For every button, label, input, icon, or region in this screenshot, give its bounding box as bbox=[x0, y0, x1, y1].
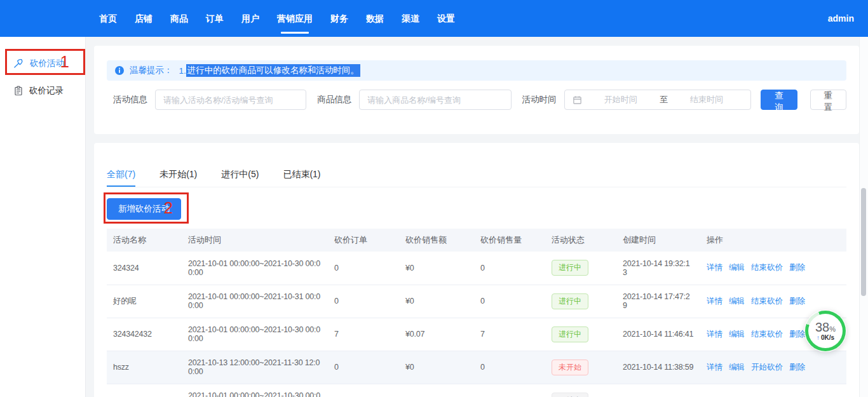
tip-bar: 温馨提示： 1. 进行中的砍价商品可以修改名称和活动时间。 bbox=[107, 60, 846, 81]
activity-table-wrap: 活动名称活动时间砍价订单砍价销售额砍价销售量活动状态创建时间操作 3243242… bbox=[107, 229, 846, 397]
axe-icon bbox=[13, 58, 24, 69]
table-header-row: 活动名称活动时间砍价订单砍价销售额砍价销售量活动状态创建时间操作 bbox=[107, 229, 846, 252]
date-range-picker[interactable]: 开始时间 至 结束时间 bbox=[564, 90, 752, 110]
action-link[interactable]: 结束砍价 bbox=[751, 263, 783, 272]
start-time-placeholder[interactable]: 开始时间 bbox=[585, 94, 657, 105]
sidebar-item-1[interactable]: 砍价活动 bbox=[0, 50, 85, 77]
sales-amount-cell bbox=[399, 384, 474, 397]
upload-speed: ↑0K/s bbox=[817, 335, 834, 341]
filter-row: 活动信息 商品信息 活动时间 开始时间 至 结束时间 查询 重置 bbox=[113, 90, 846, 110]
activity-time-cell: 2021-10-01 00:00:00~2021-10-30 00:00:00 bbox=[182, 384, 328, 397]
tab-1[interactable]: 全部(7) bbox=[107, 162, 135, 187]
activity-time-cell: 2021-10-01 00:00:00~2021-10-30 00:00:00 bbox=[182, 252, 328, 285]
nav-item-9[interactable]: 渠道 bbox=[399, 0, 422, 37]
activity-search-input[interactable] bbox=[155, 90, 306, 110]
table-row: 2021-10-01 00:00:00~2021-10-30 00:00:00已… bbox=[107, 384, 846, 397]
nav-item-6[interactable]: 营销应用 bbox=[275, 0, 315, 37]
end-time-placeholder[interactable]: 结束时间 bbox=[670, 94, 743, 105]
action-link[interactable]: 删除 bbox=[789, 330, 805, 339]
action-link[interactable]: 开始砍价 bbox=[751, 363, 783, 372]
activity-name-cell: 好的呢 bbox=[107, 285, 182, 318]
app-root: 首页店铺商品订单用户营销应用财务数据渠道设置 admin 砍价活动砍价记录 1 … bbox=[0, 0, 868, 397]
sidebar-item-2[interactable]: 砍价记录 bbox=[0, 77, 85, 104]
nav-item-5[interactable]: 用户 bbox=[239, 0, 262, 37]
created-time-cell: 2021-10-14 11:38:59 bbox=[616, 351, 700, 384]
action-link[interactable]: 结束砍价 bbox=[751, 297, 783, 306]
action-link[interactable]: 删除 bbox=[789, 297, 805, 306]
tab-4[interactable]: 已结束(1) bbox=[283, 162, 320, 187]
activity-time-cell: 2021-10-01 00:00:00~2021-10-30 00:00:00 bbox=[182, 318, 328, 351]
created-time-cell: 2021-10-14 19:32:13 bbox=[616, 252, 700, 285]
action-link[interactable]: 详情 bbox=[707, 297, 722, 306]
action-link[interactable]: 编辑 bbox=[729, 263, 745, 272]
column-header: 活动名称 bbox=[107, 229, 182, 252]
created-time-cell: 2021-10-14 17:47:29 bbox=[616, 285, 700, 318]
activity-list-card: 全部(7)未开始(1)进行中(5)已结束(1) 新增砍价活动 活动名称活动时间砍… bbox=[94, 143, 859, 397]
sales-qty-cell: 0 bbox=[474, 285, 545, 318]
status-badge: 进行中 bbox=[552, 293, 588, 309]
nav-item-10[interactable]: 设置 bbox=[435, 0, 458, 37]
activity-name-cell bbox=[107, 384, 182, 397]
action-link[interactable]: 删除 bbox=[789, 263, 805, 272]
date-range-separator: 至 bbox=[657, 94, 670, 105]
orders-cell: 0 bbox=[328, 351, 399, 384]
search-button[interactable]: 查询 bbox=[761, 90, 797, 110]
orders-cell: 0 bbox=[328, 285, 399, 318]
activity-time-label: 活动时间 bbox=[522, 94, 557, 105]
scrollbar-track bbox=[859, 37, 868, 397]
orders-cell: 0 bbox=[328, 252, 399, 285]
nav-item-2[interactable]: 店铺 bbox=[132, 0, 155, 37]
sales-qty-cell: 0 bbox=[474, 252, 545, 285]
column-header: 砍价销售量 bbox=[474, 229, 545, 252]
sales-amount-cell: ¥0.07 bbox=[399, 318, 474, 351]
sales-qty-cell bbox=[474, 384, 545, 397]
table-row: hszz2021-10-13 12:00:00~2021-11-30 12:00… bbox=[107, 351, 846, 384]
status-tabs: 全部(7)未开始(1)进行中(5)已结束(1) bbox=[107, 162, 846, 187]
action-link[interactable]: 结束砍价 bbox=[751, 330, 783, 339]
actions-cell bbox=[700, 384, 846, 397]
sales-amount-cell: ¥0 bbox=[399, 252, 474, 285]
tab-2[interactable]: 未开始(1) bbox=[159, 162, 197, 187]
column-header: 砍价订单 bbox=[328, 229, 399, 252]
column-header: 砍价销售额 bbox=[399, 229, 474, 252]
column-header: 活动状态 bbox=[545, 229, 616, 252]
action-link[interactable]: 详情 bbox=[707, 330, 722, 339]
action-link[interactable]: 编辑 bbox=[729, 297, 745, 306]
user-menu[interactable]: admin bbox=[828, 13, 854, 24]
progress-percent: 38% bbox=[815, 321, 836, 333]
action-link[interactable]: 编辑 bbox=[729, 363, 745, 372]
sales-amount-cell: ¥0 bbox=[399, 285, 474, 318]
nav-item-7[interactable]: 财务 bbox=[328, 0, 351, 37]
nav-item-4[interactable]: 订单 bbox=[203, 0, 226, 37]
sidebar: 砍价活动砍价记录 bbox=[0, 37, 86, 397]
nav-item-1[interactable]: 首页 bbox=[97, 0, 119, 37]
activity-time-cell: 2021-10-13 12:00:00~2021-11-30 12:00:00 bbox=[182, 351, 328, 384]
sales-qty-cell: 7 bbox=[474, 318, 545, 351]
nav-item-8[interactable]: 数据 bbox=[363, 0, 386, 37]
main-nav: 首页店铺商品订单用户营销应用财务数据渠道设置 bbox=[97, 0, 458, 37]
activity-name-cell: hszz bbox=[107, 351, 182, 384]
info-icon bbox=[114, 65, 125, 76]
add-activity-button[interactable]: 新增砍价活动 bbox=[107, 198, 181, 220]
action-link[interactable]: 删除 bbox=[789, 363, 805, 372]
reset-button[interactable]: 重置 bbox=[810, 90, 846, 110]
progress-widget[interactable]: 38% ↑0K/s bbox=[804, 310, 846, 352]
action-link[interactable]: 详情 bbox=[707, 263, 722, 272]
top-nav-bar: 首页店铺商品订单用户营销应用财务数据渠道设置 admin bbox=[0, 0, 868, 37]
product-search-input[interactable] bbox=[359, 90, 511, 110]
orders-cell: 7 bbox=[328, 318, 399, 351]
filter-card: 温馨提示： 1. 进行中的砍价商品可以修改名称和活动时间。 活动信息 商品信息 … bbox=[94, 46, 859, 134]
scrollbar-thumb[interactable] bbox=[861, 188, 866, 296]
column-header: 创建时间 bbox=[616, 229, 700, 252]
action-link[interactable]: 编辑 bbox=[729, 330, 745, 339]
record-icon bbox=[13, 86, 24, 96]
activity-name-cell: 324342432 bbox=[107, 318, 182, 351]
actions-cell: 详情编辑开始砍价删除 bbox=[700, 351, 846, 384]
tip-highlighted-text: 进行中的砍价商品可以修改名称和活动时间。 bbox=[186, 64, 360, 77]
tip-label: 温馨提示： bbox=[130, 65, 173, 76]
created-time-cell: 2021-10-14 11:46:41 bbox=[616, 318, 700, 351]
tab-3[interactable]: 进行中(5) bbox=[221, 162, 259, 187]
action-link[interactable]: 详情 bbox=[707, 363, 722, 372]
status-cell: 进行中 bbox=[545, 252, 616, 285]
nav-item-3[interactable]: 商品 bbox=[168, 0, 191, 37]
